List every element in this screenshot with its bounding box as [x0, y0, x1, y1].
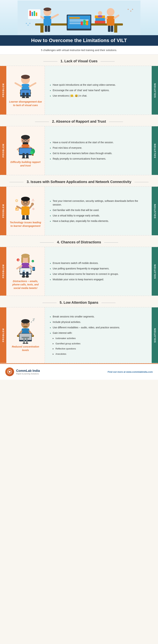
svg-point-55 — [21, 135, 30, 140]
svg-line-45 — [15, 83, 22, 86]
svg-point-20 — [107, 8, 115, 16]
problem-illustration-2 — [13, 134, 38, 158]
svg-rect-34 — [34, 11, 35, 16]
solution-label-2: SOLUTION — [152, 126, 158, 175]
svg-point-127 — [25, 342, 28, 344]
section-5-header-gap: 5. Low Attention Spans — [0, 296, 158, 307]
solution-item: Test your Internet connection, security … — [49, 198, 148, 208]
solution-sub-item: Icebreaker activities — [49, 336, 120, 341]
svg-point-41 — [132, 9, 133, 10]
company-tagline: Rapid eLearning Solutions — [16, 373, 40, 375]
header-illustration — [0, 0, 158, 35]
svg-rect-7 — [69, 20, 89, 20]
svg-rect-92 — [28, 257, 30, 263]
svg-rect-10 — [81, 22, 83, 25]
solution-list-5: Break sessions into smaller segments. In… — [49, 314, 120, 356]
svg-line-46 — [29, 83, 36, 86]
section-4-header-gap: 4. Chances of Distractions — [0, 236, 158, 247]
challenge-block-4: PROBLEM — [0, 247, 158, 296]
svg-rect-6 — [69, 17, 80, 19]
svg-point-71 — [22, 157, 25, 158]
svg-rect-103 — [26, 272, 28, 276]
svg-point-19 — [43, 8, 51, 11]
solution-item: Have quick introductions at the start us… — [49, 82, 116, 88]
svg-rect-21 — [107, 16, 115, 26]
problem-illustration-1 — [13, 73, 38, 98]
solution-item: Encourage the use of 'chat' and 'raise h… — [49, 88, 116, 93]
svg-rect-32 — [29, 11, 31, 16]
svg-rect-51 — [26, 93, 29, 98]
footer: CommLab India Rapid eLearning Solutions … — [0, 363, 158, 380]
footer-url: Find out more at www.commlabindia.com — [108, 370, 153, 373]
subtitle: 5 challenges with virtual instructor-led… — [0, 46, 158, 54]
svg-rect-56 — [23, 142, 28, 145]
problem-label-3: PROBLEM — [0, 187, 6, 235]
solution-sub-item: Gamified group activities — [49, 341, 120, 346]
svg-rect-50 — [22, 93, 25, 98]
problem-caption-3: Technology issues leading to learner dis… — [9, 221, 42, 228]
svg-point-36 — [26, 23, 27, 24]
solution-item: Have a backup plan, especially for media… — [49, 218, 148, 224]
solution-item: Use a virtual lobby to engage early arri… — [49, 213, 148, 218]
problem-label-5: PROBLEM — [0, 308, 6, 363]
solution-list-1: Have quick introductions at the start us… — [49, 82, 116, 98]
svg-point-80 — [26, 202, 27, 202]
svg-rect-14 — [43, 16, 51, 26]
problem-content-2: Difficulty building rapport and trust — [6, 126, 45, 175]
solution-content-4: Ensure learners switch off mobile device… — [45, 247, 152, 296]
svg-point-84 — [31, 203, 34, 206]
solution-sub-item: Reflective questions — [49, 346, 120, 352]
problem-content-1: Learner disengagement due to lack of vis… — [6, 66, 45, 114]
svg-text:z: z — [31, 320, 32, 323]
svg-rect-49 — [20, 90, 30, 95]
footer-logo: CommLab India Rapid eLearning Solutions — [5, 368, 40, 376]
footer-logo-icon — [5, 368, 14, 376]
problem-content-4: ✉ @ ✓ Distractions – emails, phone calls… — [6, 247, 45, 296]
svg-rect-18 — [48, 26, 50, 32]
svg-rect-65 — [19, 148, 32, 154]
svg-rect-102 — [22, 272, 25, 276]
svg-point-105 — [25, 276, 29, 278]
svg-rect-2 — [40, 26, 43, 32]
section-3-header: 3. Issues with Software Applications and… — [0, 176, 158, 186]
solution-item: Reply promptly to communications from le… — [49, 156, 114, 162]
problem-content-3: ⚙ ⚠ 📶 ⚙ — [6, 187, 45, 235]
svg-rect-30 — [98, 15, 102, 18]
svg-rect-91 — [21, 257, 23, 263]
solution-item: Include physical activities. — [49, 319, 120, 325]
problem-caption-4: Distractions – emails, phone calls, text… — [9, 280, 42, 290]
svg-point-29 — [98, 11, 102, 15]
solution-item: Modulate your voice to keep learners eng… — [49, 277, 119, 282]
section-1-header: 1. Lack of Visual Cues — [0, 55, 158, 65]
solution-list-2: Have a round of introductions at the sta… — [49, 140, 114, 162]
problem-illustration-3: ⚙ ⚠ 📶 ⚙ — [13, 194, 38, 219]
svg-point-68 — [30, 151, 33, 154]
section-1-header-gap: 1. Lack of Visual Cues — [0, 54, 158, 66]
challenge-block-1: PROBLEM — [0, 66, 158, 115]
svg-point-37 — [27, 25, 29, 26]
solution-label-1: SOLUTION — [152, 66, 158, 114]
company-name: CommLab India — [16, 369, 40, 373]
solution-item: Get familiar with the tools that will be… — [49, 208, 148, 213]
svg-point-72 — [25, 157, 29, 158]
solution-content-2: Have a round of introductions at the sta… — [45, 126, 152, 175]
challenge-block-5: PROBLEM — [0, 307, 158, 363]
section-2-header: 2. Absence of Rapport and Trust — [0, 116, 158, 125]
problem-label-2: PROBLEM — [0, 126, 6, 175]
section-3-header-gap: 3. Issues with Software Applications and… — [0, 175, 158, 186]
svg-point-88 — [26, 218, 29, 220]
section-4-header: 4. Chances of Distractions — [0, 236, 158, 246]
svg-rect-35 — [36, 12, 37, 16]
problem-caption-1: Learner disengagement due to lack of vis… — [9, 100, 42, 107]
svg-point-40 — [130, 10, 131, 12]
svg-rect-27 — [95, 18, 105, 21]
solution-item: Get to know your learners before class t… — [49, 150, 114, 156]
svg-point-53 — [26, 97, 29, 98]
svg-rect-113 — [23, 326, 28, 328]
problem-illustration-5: z Z z — [13, 318, 38, 343]
svg-point-111 — [21, 319, 30, 324]
svg-rect-97 — [33, 268, 35, 270]
svg-point-129 — [9, 371, 10, 372]
solution-item: Break sessions into smaller segments. — [49, 314, 120, 319]
svg-rect-26 — [95, 21, 105, 24]
